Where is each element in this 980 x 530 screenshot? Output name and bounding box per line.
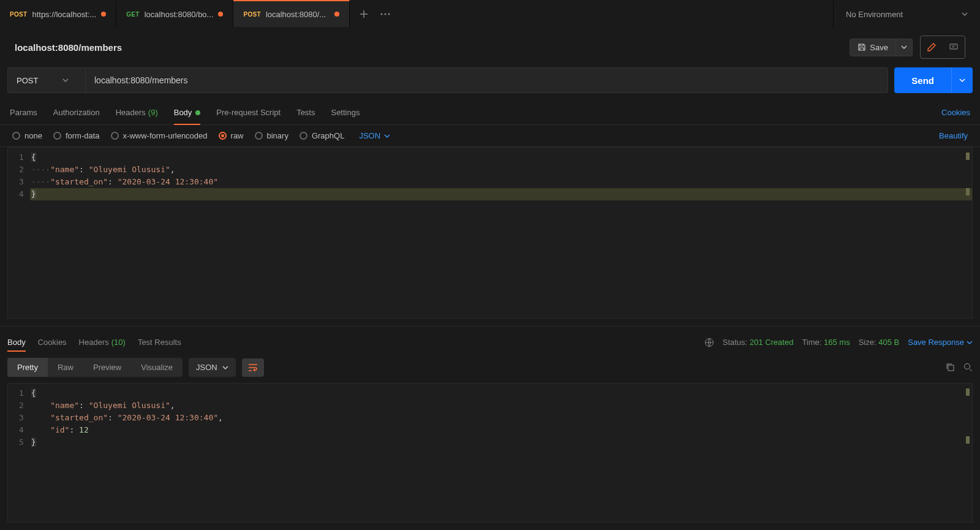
active-dot-icon [195, 110, 200, 115]
radio-icon [300, 132, 307, 140]
search-icon [963, 363, 973, 372]
svg-point-6 [965, 364, 970, 369]
tab-params[interactable]: Params [10, 100, 37, 124]
network-icon[interactable] [704, 338, 714, 347]
http-method-value: POST [17, 76, 38, 85]
resp-tab-testresults[interactable]: Test Results [138, 333, 181, 352]
view-preview[interactable]: Preview [83, 358, 131, 377]
radio-icon [12, 132, 20, 140]
environment-label: No Environment [846, 10, 903, 19]
chevron-down-icon [901, 44, 907, 50]
response-tabs: Body Cookies Headers(10) Test Results St… [0, 326, 980, 352]
tab-settings[interactable]: Settings [331, 100, 360, 124]
code-area[interactable]: { ····"name": "Oluyemi Olususi", ····"st… [30, 148, 972, 318]
tab-tests[interactable]: Tests [296, 100, 315, 124]
method-badge: POST [10, 11, 27, 18]
tab-post-members[interactable]: POST localhost:8080/... [233, 0, 350, 27]
response-body-editor[interactable]: 12345 { "name": "Oluyemi Olususi", "star… [7, 383, 973, 523]
svg-rect-3 [950, 44, 957, 49]
tab-prerequest[interactable]: Pre-request Script [216, 100, 281, 124]
save-button-group: Save [850, 39, 913, 56]
response-format-select[interactable]: JSON [189, 358, 236, 377]
pencil-icon [927, 42, 937, 52]
body-type-binary[interactable]: binary [255, 131, 288, 140]
tab-title: https://localhost:... [32, 10, 96, 19]
dirty-dot-icon [101, 12, 106, 17]
scroll-marker-icon [966, 153, 970, 160]
response-time: Time: 165 ms [802, 338, 850, 347]
dirty-dot-icon [334, 12, 339, 17]
radio-icon [111, 132, 119, 140]
body-type-formdata[interactable]: form-data [53, 131, 100, 140]
scroll-marker-icon [966, 188, 970, 195]
request-url-row: POST Send [0, 67, 980, 100]
body-type-raw[interactable]: raw [219, 131, 244, 140]
chevron-down-icon [962, 11, 968, 17]
dirty-dot-icon [218, 12, 223, 17]
request-title: localhost:8080/members [15, 42, 842, 53]
svg-point-1 [385, 13, 386, 15]
cookies-link[interactable]: Cookies [941, 108, 970, 117]
view-raw[interactable]: Raw [48, 358, 83, 377]
save-label: Save [870, 43, 888, 52]
copy-button[interactable] [946, 363, 955, 372]
save-dropdown-button[interactable] [896, 39, 913, 56]
chevron-down-icon [62, 77, 69, 83]
chevron-down-icon [384, 133, 390, 139]
send-label: Send [911, 75, 934, 86]
beautify-link[interactable]: Beautify [939, 131, 968, 140]
svg-point-0 [381, 13, 383, 15]
view-visualize[interactable]: Visualize [131, 358, 183, 377]
tab-post-https[interactable]: POST https://localhost:... [0, 1, 116, 28]
request-tabs: Params Authorization Headers (9) Body Pr… [0, 100, 980, 125]
search-button[interactable] [963, 363, 973, 372]
line-gutter: 1234 [8, 148, 30, 318]
request-body-editor[interactable]: 1234 { ····"name": "Oluyemi Olususi", ··… [7, 147, 973, 319]
http-method-select[interactable]: POST [7, 67, 86, 93]
save-response-button[interactable]: Save Response [908, 338, 973, 347]
environment-selector[interactable]: No Environment [833, 1, 980, 28]
method-badge: POST [243, 11, 260, 18]
save-button[interactable]: Save [850, 39, 896, 56]
body-type-row: none form-data x-www-form-urlencoded raw… [0, 125, 980, 147]
copy-icon [946, 363, 955, 372]
scroll-marker-icon [966, 388, 970, 396]
body-type-urlencoded[interactable]: x-www-form-urlencoded [111, 131, 208, 140]
radio-icon [219, 132, 227, 140]
resp-tab-body[interactable]: Body [7, 333, 26, 352]
edit-button[interactable] [922, 37, 941, 57]
tab-overflow-button[interactable] [380, 13, 390, 15]
resp-tab-headers[interactable]: Headers(10) [79, 333, 126, 352]
chevron-down-icon [967, 339, 973, 346]
line-gutter: 12345 [8, 384, 30, 522]
tab-title: localhost:8080/... [266, 10, 330, 19]
request-url-input[interactable] [86, 67, 888, 93]
body-type-none[interactable]: none [12, 131, 42, 140]
raw-type-select[interactable]: JSON [359, 131, 390, 140]
save-icon [858, 43, 866, 51]
response-status: Status: 201 Created [723, 338, 794, 347]
resp-tab-cookies[interactable]: Cookies [38, 333, 67, 352]
tabbar: POST https://localhost:... GET localhost… [0, 0, 980, 27]
tab-headers[interactable]: Headers (9) [116, 100, 158, 124]
new-tab-button[interactable] [360, 10, 368, 18]
send-button[interactable]: Send [894, 67, 951, 93]
view-pretty[interactable]: Pretty [7, 358, 48, 377]
svg-rect-5 [948, 365, 954, 371]
code-area: { "name": "Oluyemi Olususi", "started_on… [30, 384, 972, 522]
wrap-lines-button[interactable] [242, 358, 264, 377]
chevron-down-icon [959, 77, 965, 83]
view-mode-segment: Pretty Raw Preview Visualize [7, 358, 183, 377]
comment-icon [949, 42, 959, 52]
wrap-icon [248, 363, 258, 372]
tab-get-bo[interactable]: GET localhost:8080/bo... [116, 1, 233, 28]
tab-title: localhost:8080/bo... [145, 10, 214, 19]
request-title-bar: localhost:8080/members Save [0, 27, 980, 67]
tab-body[interactable]: Body [174, 100, 201, 124]
tab-authorization[interactable]: Authorization [53, 100, 100, 124]
send-dropdown-button[interactable] [951, 67, 973, 93]
body-type-graphql[interactable]: GraphQL [300, 131, 344, 140]
chevron-down-icon [222, 365, 228, 371]
response-view-row: Pretty Raw Preview Visualize JSON [0, 352, 980, 383]
comment-button[interactable] [944, 37, 963, 57]
